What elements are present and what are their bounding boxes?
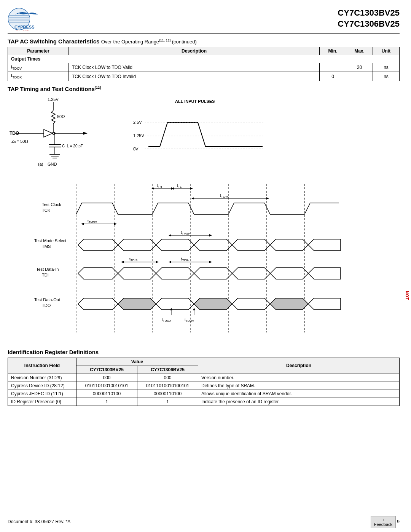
svg-marker-81 (118, 298, 156, 310)
svg-marker-83 (270, 298, 308, 310)
svg-text:tTL: tTL (177, 184, 182, 189)
field-revision: Revision Number (31:29) (8, 374, 76, 382)
page-header: CYPRESS PERFORM CY7C1303BV25 CY7C1306BV2… (8, 8, 400, 34)
tap-ac-table: Parameter Description Min. Max. Unit Out… (8, 47, 400, 81)
cy2-revision: 000 (137, 374, 198, 382)
cy2-id-presence: 1 (137, 398, 198, 406)
svg-marker-75 (209, 261, 212, 263)
svg-text:TMS: TMS (42, 244, 51, 249)
tap-timing-heading: TAP Timing and Test Conditions[12] (8, 86, 400, 92)
svg-marker-82 (194, 298, 232, 310)
svg-text:0V: 0V (133, 147, 139, 151)
doc-number: Document #: 38-05627 Rev. *A (8, 519, 70, 524)
table-row: Revision Number (31:29) 000 000 Version … (8, 374, 400, 382)
svg-text:tTDIH: tTDIH (181, 257, 190, 262)
desc-revision: Version number. (198, 374, 400, 382)
svg-text:50Ω: 50Ω (57, 114, 65, 119)
title-line1: CY7C1303BV25 (338, 8, 400, 18)
svg-text:Z₀ = 50Ω: Z₀ = 50Ω (11, 139, 28, 144)
max-tdov: 20 (346, 63, 373, 72)
waveform-area: tTH tTL Test Clock TCK tTCYC tTMSS (8, 180, 400, 341)
table-row: tTDOV TCK Clock LOW to TDO Valid 20 ns (8, 63, 400, 72)
svg-marker-60 (81, 223, 84, 225)
svg-text:Test Data-In: Test Data-In (36, 267, 59, 272)
svg-text:Test Mode Select: Test Mode Select (34, 238, 66, 243)
title-line2: CY7C1306BV25 (338, 19, 400, 29)
tap-ac-section: TAP AC Switching Characteristics Over th… (8, 38, 400, 81)
col-header-param: Parameter (8, 47, 69, 55)
output-times-group: Output Times (8, 55, 400, 63)
pulse-diagram: ALL INPUT PULSES 2.5V 1.25V 0V (129, 95, 400, 173)
col-header-unit: Unit (373, 47, 400, 55)
col-cy1-header: CY7C1303BV25 (76, 366, 137, 374)
svg-marker-85 (170, 308, 172, 310)
col-instruction: Instruction Field (8, 358, 76, 374)
waveform-svg: tTH tTL Test Clock TCK tTCYC tTMSS (8, 180, 350, 340)
tap-timing-section: TAP Timing and Test Conditions[12] 1.25V… (8, 86, 400, 341)
svg-marker-46 (151, 187, 154, 190)
field-device-id: Cypress Device ID (28:12) (8, 382, 76, 390)
svg-marker-56 (191, 197, 194, 200)
svg-text:Test Data-Out: Test Data-Out (34, 297, 60, 302)
cy1-jedec-id: 00000110100 (76, 390, 137, 398)
circuit-diagram: 1.25V 50Ω TDO Z₀ = 50Ω (8, 95, 114, 173)
min-tdov (320, 63, 346, 72)
param-tdov: tTDOV (8, 63, 69, 72)
table-row: Cypress JEDEC ID (11:1) 00000110100 0000… (8, 390, 400, 398)
col-header-desc: Description (69, 47, 320, 55)
svg-marker-88 (193, 308, 195, 310)
tap-ac-subheading: Over the Operating Range[11, 12] (contin… (101, 39, 197, 45)
col-description-header: Description (198, 358, 400, 374)
svg-text:Test Clock: Test Clock (42, 202, 61, 207)
svg-text:CYPRESS: CYPRESS (14, 25, 35, 29)
svg-text:2.5V: 2.5V (133, 120, 142, 125)
min-tdox: 0 (320, 72, 346, 81)
id-register-heading: Identification Register Definitions (8, 349, 400, 355)
svg-text:1.25V: 1.25V (48, 97, 59, 102)
svg-text:tTMSH: tTMSH (181, 230, 191, 235)
svg-text:tTDIS: tTDIS (129, 257, 137, 262)
svg-text:tTH: tTH (157, 184, 162, 189)
svg-marker-70 (121, 261, 124, 263)
field-jedec-id: Cypress JEDEC ID (11:1) (8, 390, 76, 398)
tap-ac-heading: TAP AC Switching Characteristics Over th… (8, 38, 400, 45)
svg-text:TCK: TCK (42, 208, 51, 212)
param-tdox: tTDOX (8, 72, 69, 81)
svg-marker-71 (156, 261, 159, 263)
svg-marker-65 (209, 234, 212, 236)
feedback-button[interactable]: + Feedback (371, 516, 396, 528)
unit-tdov: ns (373, 63, 400, 72)
unit-tdox: ns (373, 72, 400, 81)
pulse-svg: ALL INPUT PULSES 2.5V 1.25V 0V (129, 95, 274, 171)
side-text-block: ONE OR MORE ORDERABLE PARTS ASSOCIATED W… (401, 76, 410, 419)
logo-area: CYPRESS PERFORM (8, 8, 46, 30)
desc-tdov: TCK Clock LOW to TDO Valid (69, 63, 320, 72)
svg-text:PERFORM: PERFORM (16, 29, 29, 30)
cy2-device-id: 01011010010100101 (137, 382, 198, 390)
page-footer: Document #: 38-05627 Rev. *A Page 12 of … (8, 517, 400, 524)
desc-id-presence: Indicate the presence of an ID register. (198, 398, 400, 406)
cy1-device-id: 01011010010010101 (76, 382, 137, 390)
svg-text:(a): (a) (38, 162, 43, 166)
desc-jedec-id: Allows unique identification of SRAM ven… (198, 390, 400, 398)
id-register-table: Instruction Field Value Description CY7C… (8, 358, 400, 406)
table-row: Cypress Device ID (28:12) 01011010010010… (8, 382, 400, 390)
cy1-id-presence: 1 (76, 398, 137, 406)
svg-text:1.25V: 1.25V (133, 133, 144, 138)
svg-text:tTDOV: tTDOV (185, 318, 194, 323)
svg-text:TDO: TDO (42, 303, 51, 308)
svg-marker-20 (83, 132, 88, 135)
svg-marker-74 (169, 261, 171, 263)
cypress-logo: CYPRESS PERFORM (8, 8, 46, 30)
field-id-presence: ID Register Presence (0) (8, 398, 76, 406)
svg-text:GND: GND (48, 162, 57, 166)
svg-text:tTMSS: tTMSS (88, 219, 97, 224)
svg-text:C_L = 20 pF: C_L = 20 pF (62, 144, 83, 148)
desc-tdox: TCK Clock LOW to TDO Invalid (69, 72, 320, 81)
col-header-min: Min. (320, 47, 346, 55)
svg-marker-51 (190, 187, 193, 190)
svg-text:tTCYC: tTCYC (220, 193, 229, 198)
title-area: CY7C1303BV25 CY7C1306BV25 (338, 8, 400, 29)
max-tdox (346, 72, 373, 81)
svg-text:tTDOX: tTDOX (162, 318, 172, 323)
